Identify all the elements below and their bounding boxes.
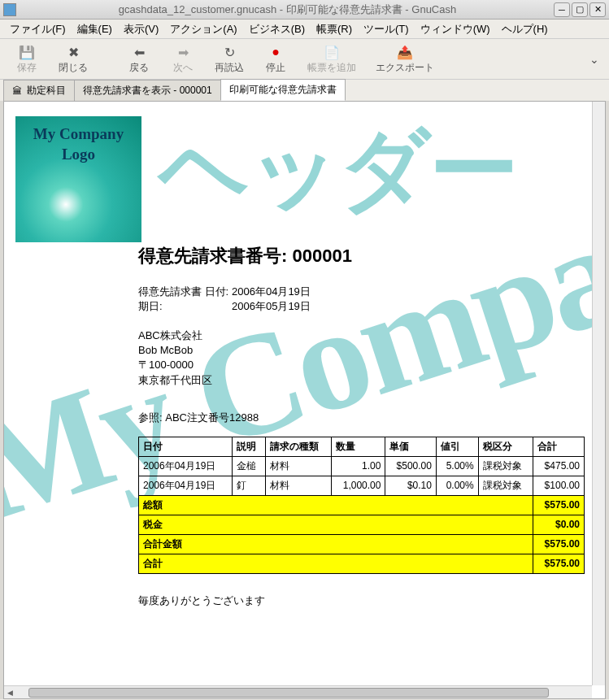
report-content: ヘッダー My Company My Company Logo 得意先請求書番号… (3, 101, 606, 699)
cell-tax: 課税対象 (478, 456, 533, 476)
app-icon (3, 3, 16, 16)
cell-qty: 1,000.00 (332, 476, 385, 495)
due-date-label: 期日: (138, 299, 232, 314)
close-button[interactable]: ✖ 閉じる (50, 41, 96, 76)
col-unit: 単価 (385, 437, 436, 456)
cell-discount: 0.00% (436, 476, 478, 495)
col-type: 請求の種類 (265, 437, 332, 456)
invoice-date-value: 2006年04月19日 (232, 285, 311, 299)
minimize-button[interactable]: ─ (554, 2, 570, 17)
table-row: 2006年04月19日釘材料1,000.00$0.100.00%課税対象$100… (139, 476, 585, 495)
cell-date: 2006年04月19日 (139, 476, 233, 495)
close-icon: ✖ (64, 43, 82, 61)
invoice-dates: 得意先請求書 日付: 2006年04月19日 期日: 2006年05月19日 (138, 285, 585, 314)
cell-qty: 1.00 (332, 456, 385, 476)
save-icon: 💾 (18, 43, 36, 61)
menu-windows[interactable]: ウィンドウ(W) (415, 20, 495, 38)
col-desc: 説明 (233, 437, 265, 456)
thanks-message: 毎度ありがとうございます (138, 593, 585, 608)
col-tax: 税区分 (478, 437, 533, 456)
tab-accounts[interactable]: 🏛 勘定科目 (3, 80, 75, 101)
col-date: 日付 (139, 437, 233, 456)
close-window-button[interactable]: ✕ (589, 2, 606, 17)
cell-type: 材料 (265, 476, 332, 495)
cell-total: $475.00 (533, 456, 585, 476)
cell-unit: $0.10 (385, 476, 436, 495)
menu-file[interactable]: ファイル(F) (5, 20, 71, 38)
table-row: 2006年04月19日金槌材料1.00$500.005.00%課税対象$475.… (139, 456, 585, 476)
menu-view[interactable]: 表示(V) (119, 20, 163, 38)
tab-show-invoice-label: 得意先請求書を表示 - 000001 (83, 84, 212, 98)
cell-total: $100.00 (533, 476, 585, 495)
cell-type: 材料 (265, 456, 332, 476)
subtotal-row: 総額 $575.00 (139, 495, 585, 515)
reload-label: 再読込 (215, 61, 244, 75)
toolbar: 💾 保存 ✖ 閉じる ⬅ 戻る ➡ 次へ ↻ 再読込 ● 停止 📄 帳票を追加 … (0, 39, 609, 80)
invoice-date-label: 得意先請求書 日付: (138, 285, 232, 299)
table-header-row: 日付 説明 請求の種類 数量 単価 値引 税区分 合計 (139, 437, 585, 456)
menu-actions[interactable]: アクション(A) (165, 20, 241, 38)
cell-desc: 金槌 (233, 456, 265, 476)
customer-info: ABC株式会社 Bob McBob 〒100-0000 東京都千代田区 (138, 328, 585, 388)
amount-row: 合計金額 $575.00 (139, 534, 585, 554)
customer-line1: ABC株式会社 (138, 328, 585, 343)
cell-discount: 5.00% (436, 456, 478, 476)
cell-date: 2006年04月19日 (139, 456, 233, 476)
customer-line4: 東京都千代田区 (138, 373, 585, 388)
close-label: 閉じる (59, 61, 88, 75)
maximize-button[interactable]: ▢ (572, 2, 588, 17)
menu-reports[interactable]: 帳票(R) (311, 20, 357, 38)
tab-printable-invoice[interactable]: 印刷可能な得意先請求書 (220, 79, 346, 101)
logo-line2: Logo (33, 145, 124, 165)
invoice-table: 日付 説明 請求の種類 数量 単価 値引 税区分 合計 2006年04月19日金… (138, 437, 585, 574)
tab-accounts-label: 勘定科目 (27, 84, 66, 98)
col-total: 合計 (533, 437, 585, 456)
menu-edit[interactable]: 編集(E) (72, 20, 117, 38)
invoice-reference: 参照: ABC注文番号12988 (138, 411, 585, 425)
invoice-title: 得意先請求書番号: 000001 (138, 244, 585, 268)
home-icon: 🏛 (12, 85, 24, 97)
scroll-thumb[interactable] (28, 688, 549, 698)
customer-line3: 〒100-0000 (138, 358, 585, 372)
invoice-body: 得意先請求書番号: 000001 得意先請求書 日付: 2006年04月19日 … (138, 244, 585, 608)
back-icon: ⬅ (130, 43, 148, 61)
window-title: gcashdata_12_customer.gnucash - 印刷可能な得意先… (21, 2, 554, 17)
horizontal-scrollbar[interactable]: ◀ (4, 685, 592, 698)
scroll-left-icon[interactable]: ◀ (4, 687, 15, 698)
menu-tools[interactable]: ツール(T) (359, 20, 414, 38)
titlebar: gcashdata_12_customer.gnucash - 印刷可能な得意先… (0, 0, 609, 20)
stop-icon: ● (267, 43, 285, 61)
reload-icon: ↻ (220, 43, 238, 61)
logo-line1: My Company (33, 124, 124, 145)
menu-help[interactable]: ヘルプ(H) (497, 20, 553, 38)
menu-business[interactable]: ビジネス(B) (244, 20, 310, 38)
cell-tax: 課税対象 (478, 476, 533, 495)
cell-unit: $500.00 (385, 456, 436, 476)
forward-label: 次へ (173, 61, 193, 75)
cell-desc: 釘 (233, 476, 265, 495)
toolbar-overflow-icon[interactable]: ⌄ (586, 50, 602, 69)
col-discount: 値引 (436, 437, 478, 456)
forward-button: ➡ 次へ (163, 41, 203, 76)
menubar: ファイル(F) 編集(E) 表示(V) アクション(A) ビジネス(B) 帳票(… (0, 20, 609, 39)
vertical-scrollbar[interactable] (592, 102, 605, 685)
forward-icon: ➡ (174, 43, 192, 61)
tab-bar: 🏛 勘定科目 得意先請求書を表示 - 000001 印刷可能な得意先請求書 (0, 80, 609, 101)
due-date-value: 2006年05月19日 (232, 299, 311, 314)
tab-show-invoice[interactable]: 得意先請求書を表示 - 000001 (74, 80, 221, 101)
export-label: エクスポート (376, 61, 434, 75)
export-button[interactable]: 📤 エクスポート (368, 41, 442, 76)
add-report-button: 📄 帳票を追加 (299, 41, 364, 76)
company-logo: My Company Logo (15, 116, 141, 242)
tax-row: 税金 $0.00 (139, 515, 585, 534)
back-button[interactable]: ⬅ 戻る (119, 41, 159, 76)
customer-line2: Bob McBob (138, 343, 585, 358)
header-watermark: ヘッダー (159, 110, 517, 231)
col-qty: 数量 (332, 437, 385, 456)
stop-button[interactable]: ● 停止 (255, 41, 296, 76)
export-icon: 📤 (396, 43, 414, 61)
add-report-icon: 📄 (323, 43, 341, 61)
stop-label: 停止 (266, 61, 285, 75)
save-button: 💾 保存 (7, 41, 47, 76)
reload-button[interactable]: ↻ 再読込 (207, 41, 252, 76)
